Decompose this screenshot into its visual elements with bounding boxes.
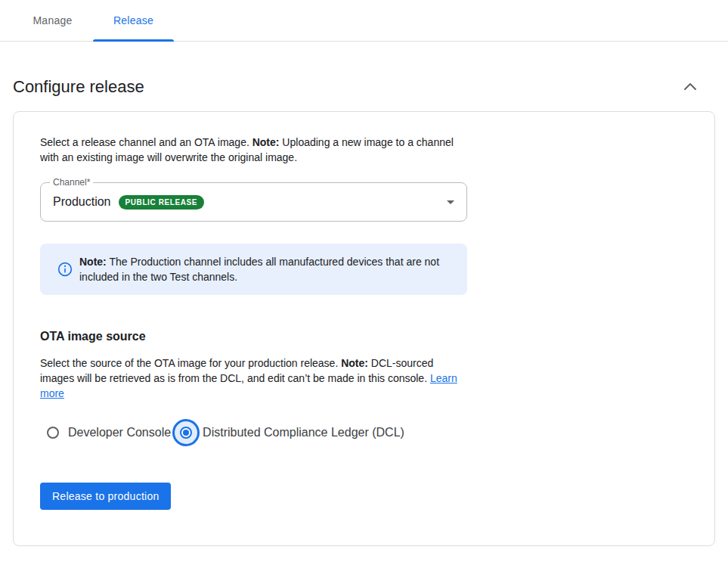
tab-manage[interactable]: Manage xyxy=(12,0,93,41)
tab-release[interactable]: Release xyxy=(93,0,174,41)
ota-desc-pre: Select the source of the OTA image for y… xyxy=(40,357,341,369)
tab-manage-label: Manage xyxy=(33,14,72,26)
note-box-text: Note: The Production channel includes al… xyxy=(79,254,442,284)
info-icon xyxy=(57,262,73,277)
radio-dcl-dot xyxy=(183,430,189,436)
radio-label-dcl[interactable]: Distributed Compliance Ledger (DCL) xyxy=(203,426,404,439)
note-box-body: The Production channel includes all manu… xyxy=(79,256,439,283)
page-title: Configure release xyxy=(13,76,144,98)
configure-release-card: Select a release channel and an OTA imag… xyxy=(13,111,715,546)
radio-label-developer-console[interactable]: Developer Console xyxy=(68,426,171,439)
intro-text: Select a release channel and an OTA imag… xyxy=(40,135,469,165)
note-box-label: Note: xyxy=(79,256,107,268)
dropdown-arrow-icon[interactable] xyxy=(447,200,454,204)
ota-desc-note-label: Note: xyxy=(341,357,368,369)
note-box: Note: The Production channel includes al… xyxy=(40,244,467,295)
section-header: Configure release xyxy=(0,76,728,98)
chevron-up-icon xyxy=(683,82,697,93)
radio-dcl-inner xyxy=(180,427,192,439)
tab-bar: Manage Release xyxy=(0,0,728,42)
intro-note-label: Note: xyxy=(252,136,280,148)
collapse-section-button[interactable] xyxy=(681,78,699,96)
ota-source-options: Developer Console Distributed Compliance… xyxy=(40,419,688,446)
radio-dcl[interactable] xyxy=(172,419,200,446)
ota-source-description: Select the source of the OTA image for y… xyxy=(40,356,469,401)
release-to-production-button[interactable]: Release to production xyxy=(40,483,171,510)
channel-select[interactable]: Channel* Production PUBLIC RELEASE xyxy=(40,182,467,222)
channel-field-label: Channel* xyxy=(50,177,93,188)
channel-value: Production xyxy=(53,195,111,209)
tab-release-label: Release xyxy=(113,14,153,26)
ota-source-heading: OTA image source xyxy=(40,330,688,343)
intro-pre: Select a release channel and an OTA imag… xyxy=(40,136,252,148)
radio-developer-console[interactable] xyxy=(47,427,59,439)
public-release-badge: PUBLIC RELEASE xyxy=(119,195,205,210)
